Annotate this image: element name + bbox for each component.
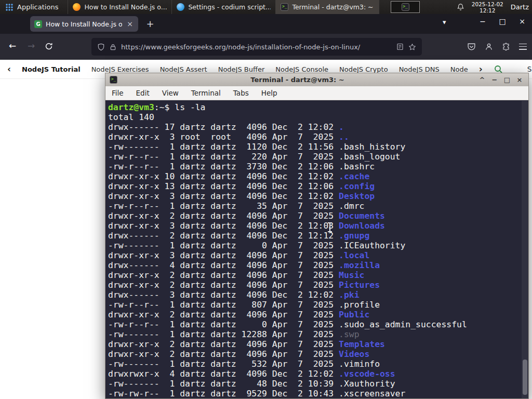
- terminal-line: drwxr-xr-x 3 dartz dartz 4096 Dec 2 12:0…: [108, 191, 528, 201]
- taskbar-button-label: Settings - codium script...: [188, 3, 271, 11]
- list-all-tabs-icon[interactable]: ▾: [443, 18, 446, 26]
- clock-date: 2025-12-02: [472, 1, 503, 7]
- terminal-line: drwx------ 4 dartz dartz 4096 Apr 7 2025…: [108, 260, 528, 270]
- taskbar-button-label: Terminal - dartz@vm3: ~: [292, 3, 373, 11]
- terminal-line: drwxr-xr-x 10 dartz dartz 4096 Dec 2 12:…: [108, 171, 528, 181]
- sign-in-button[interactable]: Sign In: [527, 65, 532, 73]
- terminal-maximize-button[interactable]: □: [502, 76, 512, 84]
- toolbar-icon-group: [467, 42, 527, 51]
- terminal-icon: >_: [281, 3, 288, 11]
- menu-terminal[interactable]: Terminal: [191, 89, 221, 97]
- applications-menu-button[interactable]: Applications: [0, 0, 63, 14]
- new-tab-button[interactable]: +: [143, 17, 157, 31]
- browser-window-controls: − □ ×: [479, 17, 526, 25]
- terminal-line: -rw-r--r-- 1 dartz dartz 807 Apr 7 2025 …: [108, 300, 528, 310]
- url-text: https://www.geeksforgeeks.org/node-js/in…: [121, 43, 392, 51]
- terminal-line: -rw------- 1 dartz dartz 1120 Dec 2 11:5…: [108, 142, 528, 152]
- nav-item-nodejs-tutorial[interactable]: NodeJS Tutorial: [22, 65, 81, 73]
- tab-favicon: G: [34, 20, 42, 28]
- browser-maximize-button[interactable]: □: [499, 17, 506, 25]
- terminal-line: -rw-rw-r-- 1 dartz dartz 9529 Dec 2 10:4…: [108, 389, 528, 398]
- nav-item-nodejs-assert[interactable]: NodeJS Assert: [160, 65, 207, 73]
- pocket-icon[interactable]: [467, 42, 476, 51]
- nav-item-nodejs-exercises[interactable]: NodeJS Exercises: [91, 65, 149, 73]
- clock-time: 12:12: [472, 7, 503, 14]
- browser-toolbar: ← → https://www.geeksforgeeks.org/node-j…: [0, 34, 532, 60]
- menu-file[interactable]: File: [112, 89, 124, 97]
- browser-tab[interactable]: G How to Install Node.js on... ×: [30, 16, 138, 32]
- terminal-titlebar[interactable]: >_ Terminal - dartz@vm3: ~ ^ − □ ×: [105, 73, 528, 86]
- browser-close-button[interactable]: ×: [518, 17, 526, 25]
- applications-grid-icon: [5, 3, 14, 11]
- terminal-close-button[interactable]: ×: [515, 76, 524, 84]
- menu-hamburger-icon[interactable]: [519, 44, 527, 50]
- terminal-line: dartz@vm3:~$ ls -la: [108, 102, 528, 112]
- terminal-line: drwx------ 2 dartz dartz 4096 Dec 2 12:1…: [108, 231, 528, 241]
- taskbar: Applications How to Install Node.js o...…: [0, 0, 532, 14]
- terminal-line: drwxr-xr-x 3 root root 4096 Apr 7 2025 .…: [108, 132, 528, 142]
- terminal-line: drwx------ 17 dartz dartz 4096 Dec 2 12:…: [108, 122, 528, 132]
- terminal-line: -rw------- 1 dartz dartz 532 Apr 7 2025 …: [108, 359, 528, 369]
- terminal-minimize-button[interactable]: −: [490, 76, 499, 84]
- workspace-switcher[interactable]: >_: [391, 1, 420, 13]
- menu-help[interactable]: Help: [261, 89, 277, 97]
- tab-close-icon[interactable]: ×: [126, 20, 134, 28]
- nav-item-nodejs-buffer[interactable]: NodeJS Buffer: [218, 65, 265, 73]
- terminal-line: drwx------ 3 dartz dartz 4096 Dec 2 12:0…: [108, 290, 528, 300]
- terminal-menubar: File Edit View Terminal Tabs Help: [105, 86, 528, 100]
- menu-view[interactable]: View: [162, 89, 179, 97]
- user-label: Dartz: [511, 3, 529, 11]
- terminal-line: drwxr-xr-x 3 dartz dartz 4096 Dec 2 12:0…: [108, 221, 528, 231]
- vscodium-icon: [177, 3, 184, 11]
- terminal-line: -rw-r--r-- 1 dartz dartz 35 Apr 7 2025 .…: [108, 201, 528, 211]
- forward-button[interactable]: →: [25, 41, 37, 51]
- browser-minimize-button[interactable]: −: [479, 17, 486, 25]
- taskbar-button-terminal[interactable]: >_ Terminal - dartz@vm3: ~: [275, 0, 379, 14]
- nav-scroll-left-icon[interactable]: ‹: [7, 64, 11, 74]
- taskbar-button-label: How to Install Node.js o...: [84, 3, 167, 11]
- terminal-line: drwxr-xr-x 2 dartz dartz 4096 Apr 7 2025…: [108, 270, 528, 280]
- url-bar[interactable]: https://www.geeksforgeeks.org/node-js/in…: [91, 38, 422, 56]
- clock: 2025-12-02 12:12: [472, 1, 503, 14]
- nav-item-nodejs-crypto[interactable]: NodeJS Crypto: [339, 65, 388, 73]
- reader-mode-icon[interactable]: [396, 43, 404, 50]
- nav-item-nodejs-console[interactable]: NodeJS Console: [275, 65, 328, 73]
- terminal-rollup-button[interactable]: ^: [477, 76, 487, 84]
- tracking-shield-icon[interactable]: [97, 43, 105, 51]
- taskbar-button-firefox[interactable]: How to Install Node.js o...: [68, 0, 171, 14]
- mouse-ibeam-cursor: [329, 223, 330, 231]
- notification-bell-icon[interactable]: [457, 3, 464, 11]
- lock-icon[interactable]: [110, 44, 116, 50]
- terminal-output[interactable]: dartz@vm3:~$ ls -latotal 140drwx------ 1…: [105, 101, 528, 398]
- terminal-line: drwxr-xr-x 2 dartz dartz 4096 Apr 7 2025…: [108, 211, 528, 221]
- terminal-line: drwxr-xr-x 2 dartz dartz 4096 Apr 7 2025…: [108, 339, 528, 349]
- tab-title: How to Install Node.js on...: [46, 20, 122, 28]
- menu-tabs[interactable]: Tabs: [233, 89, 249, 97]
- browser-tab-bar: G How to Install Node.js on... × + ▾ − □…: [0, 14, 532, 34]
- bookmark-star-icon[interactable]: [408, 43, 416, 51]
- account-icon[interactable]: [485, 43, 493, 51]
- terminal-line: drwxr-xr-x 2 dartz dartz 4096 Apr 7 2025…: [108, 310, 528, 320]
- terminal-line: -rw------- 1 dartz dartz 0 Apr 7 2025 .I…: [108, 241, 528, 250]
- back-button[interactable]: ←: [6, 41, 19, 51]
- terminal-window-title: Terminal - dartz@vm3: ~: [122, 76, 473, 84]
- nav-item-truncated[interactable]: Node: [450, 65, 468, 73]
- terminal-line: drwxr-xr-x 3 dartz dartz 4096 Apr 7 2025…: [108, 250, 528, 260]
- workspace-terminal-icon: >_: [402, 3, 409, 11]
- terminal-window: >_ Terminal - dartz@vm3: ~ ^ − □ × File …: [105, 73, 529, 399]
- terminal-line: drwxr-xr-x 2 dartz dartz 4096 Apr 7 2025…: [108, 280, 528, 290]
- terminal-icon: >_: [110, 76, 117, 84]
- reload-button[interactable]: [45, 42, 57, 50]
- nav-item-nodejs-dns[interactable]: NodeJS DNS: [399, 65, 440, 73]
- taskbar-window-buttons: How to Install Node.js o... Settings - c…: [68, 0, 379, 14]
- taskbar-button-vscodium[interactable]: Settings - codium script...: [171, 0, 275, 14]
- menu-edit[interactable]: Edit: [136, 89, 150, 97]
- terminal-scrollbar[interactable]: [522, 101, 528, 398]
- extensions-puzzle-icon[interactable]: [502, 43, 510, 51]
- terminal-line: -rw-r--r-- 1 dartz dartz 220 Apr 7 2025 …: [108, 152, 528, 162]
- firefox-icon: [73, 3, 81, 11]
- terminal-line: drwxr-xr-x 2 dartz dartz 4096 Apr 7 2025…: [108, 349, 528, 359]
- applications-label: Applications: [17, 3, 58, 11]
- terminal-line: total 140: [108, 112, 528, 122]
- terminal-scrollbar-thumb[interactable]: [523, 360, 527, 395]
